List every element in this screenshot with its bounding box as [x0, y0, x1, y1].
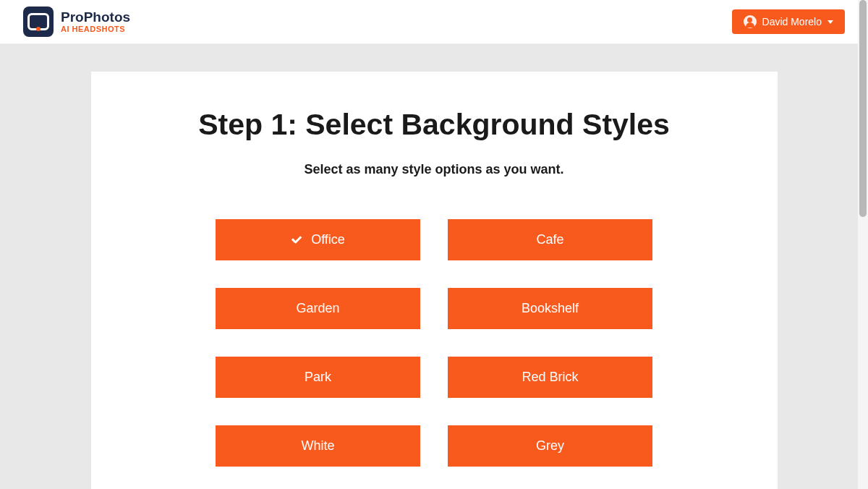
option-office[interactable]: Office — [216, 219, 420, 260]
logo-text: ProPhotos AI HEADSHOTS — [61, 10, 130, 34]
scrollbar-thumb[interactable] — [859, 0, 867, 217]
main-content: Step 1: Select Background Styles Select … — [0, 44, 868, 489]
content-card: Step 1: Select Background Styles Select … — [91, 72, 778, 489]
option-garden[interactable]: Garden — [216, 288, 420, 329]
app-header: ProPhotos AI HEADSHOTS David Morelo — [0, 0, 868, 44]
page-subtitle: Select as many style options as you want… — [120, 162, 749, 177]
user-menu-button[interactable]: David Morelo — [732, 9, 845, 34]
scrollbar[interactable] — [858, 0, 868, 489]
chevron-down-icon — [827, 20, 833, 24]
logo[interactable]: ProPhotos AI HEADSHOTS — [23, 7, 130, 37]
logo-subtitle: AI HEADSHOTS — [61, 25, 130, 33]
option-label: Office — [311, 232, 345, 247]
option-label: Bookshelf — [522, 301, 579, 316]
option-label: Cafe — [536, 232, 563, 247]
option-grey[interactable]: Grey — [448, 425, 652, 467]
logo-title: ProPhotos — [61, 10, 130, 25]
option-label: Garden — [296, 301, 339, 316]
page-title: Step 1: Select Background Styles — [120, 108, 749, 142]
options-grid: Office Cafe Garden Bookshelf Park Red Br… — [216, 219, 652, 467]
option-park[interactable]: Park — [216, 357, 420, 398]
option-cafe[interactable]: Cafe — [448, 219, 652, 260]
user-name-label: David Morelo — [762, 16, 822, 27]
option-label: Park — [305, 370, 331, 385]
check-icon — [291, 235, 304, 245]
option-label: Grey — [536, 438, 564, 454]
option-white[interactable]: White — [216, 425, 420, 467]
option-label: Red Brick — [522, 370, 578, 385]
option-label: White — [301, 438, 334, 454]
option-bookshelf[interactable]: Bookshelf — [448, 288, 652, 329]
avatar-icon — [744, 15, 757, 28]
logo-icon — [23, 7, 54, 37]
option-red-brick[interactable]: Red Brick — [448, 357, 652, 398]
